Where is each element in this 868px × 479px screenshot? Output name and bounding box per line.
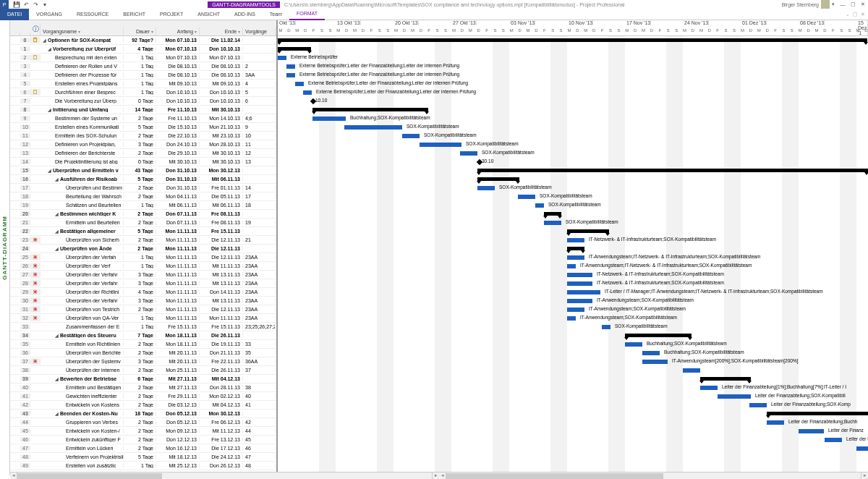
file-tab[interactable]: DATEI <box>0 9 29 20</box>
table-row[interactable]: 46Entwickeln zukünftiger F2 TageDon 12.1… <box>10 436 276 444</box>
summary-bar[interactable] <box>767 412 868 415</box>
task-bar[interactable] <box>602 325 610 329</box>
task-bar[interactable] <box>642 351 660 355</box>
gantt-row[interactable]: SOX-Kompatibilitätsteam <box>278 219 868 227</box>
gantt-row[interactable]: IT-Anwendungsteam;SOX-Kompatibilitätstea… <box>278 314 868 323</box>
collapse-icon[interactable]: ◢ <box>55 229 59 234</box>
gantt-row[interactable]: SOX-Kompatibilitätsteam <box>278 140 868 149</box>
gantt-row[interactable]: IT-Leiter / IT-Manager;IT-Anwendungsteam… <box>278 288 868 297</box>
task-bar[interactable] <box>312 116 346 121</box>
collapse-icon[interactable]: ◢ <box>55 377 59 381</box>
task-bar[interactable] <box>460 151 477 156</box>
task-bar[interactable] <box>567 316 576 321</box>
ribbon-close-icon[interactable]: ✕ <box>861 12 865 17</box>
gantt-scroll-thumb[interactable] <box>446 473 663 479</box>
table-row[interactable]: 4Definieren der Prozesse für1 TagDie 08.… <box>10 71 276 80</box>
table-row[interactable]: 29⛯Überprüfen der Richtlini4 TageMon 11.… <box>10 288 276 297</box>
gantt-row[interactable]: Externe Betriebsprüfer;Leiter der Finanz… <box>278 71 868 80</box>
gantt-row[interactable] <box>278 36 868 45</box>
table-row[interactable]: 6🗒Durchführen einer Besprec1 TagDon 10.1… <box>10 88 276 97</box>
gantt-row[interactable]: IT-Anwendungsteam;IT-Netzwerk- & IT-Infr… <box>278 262 868 271</box>
table-row[interactable]: 44Gruppieren von Verbes2 TageDon 05.12.1… <box>10 418 276 427</box>
gantt-row[interactable] <box>278 175 868 184</box>
gantt-row[interactable]: Leiter der Finan <box>278 436 868 444</box>
table-row[interactable]: 19Schätzen und Beurteilen1 TagMit 06.11.… <box>10 201 276 210</box>
gantt-row[interactable] <box>278 166 868 175</box>
table-row[interactable]: 3Definieren der Rollen und V1 TagDie 08.… <box>10 62 276 71</box>
task-bar[interactable] <box>477 186 495 190</box>
summary-bar[interactable] <box>477 177 519 181</box>
table-row[interactable]: 16◢Ausführen der Risikoab5 TageDon 31.10… <box>10 175 276 184</box>
gantt-row[interactable] <box>278 375 868 383</box>
user-area[interactable]: Birger Sternberg ▾ <box>782 0 838 9</box>
gantt-row[interactable] <box>278 45 868 54</box>
col-start[interactable]: Anfang ▾ <box>156 27 200 35</box>
collapse-icon[interactable]: ◢ <box>48 108 51 112</box>
table-row[interactable]: 38Überprüfen der internen2 TageMon 25.11… <box>10 366 276 375</box>
collapse-icon[interactable]: ◢ <box>48 47 51 51</box>
task-bar[interactable] <box>402 134 420 138</box>
tab-addins[interactable]: ADD-INS <box>227 9 263 20</box>
table-row[interactable]: 5Erstellen eines Projektplans1 TagMit 09… <box>10 80 276 88</box>
tab-team[interactable]: Team <box>263 9 289 20</box>
task-bar[interactable] <box>567 264 576 268</box>
task-bar[interactable] <box>567 255 584 260</box>
gantt-row[interactable]: 10.10 <box>278 97 868 106</box>
gantt-row[interactable]: Leiter der Finanz <box>278 427 868 436</box>
gantt-row[interactable]: IT-Anwendungsteam;SOX-Kompatibilitätstea… <box>278 305 868 314</box>
summary-bar[interactable] <box>278 47 311 51</box>
table-row[interactable]: 43◢Beenden der Kosten-Nu18 TageDon 05.12… <box>10 410 276 418</box>
collapse-icon[interactable]: ◢ <box>55 334 59 338</box>
task-bar[interactable] <box>544 221 561 225</box>
task-bar[interactable] <box>295 82 304 86</box>
gantt-row[interactable]: Leiter der Finanzabteilung[1%];Buchhaltu… <box>278 383 868 392</box>
task-bar[interactable] <box>700 386 718 390</box>
task-bar[interactable] <box>799 429 824 433</box>
summary-bar[interactable] <box>567 229 609 233</box>
tab-vorgang[interactable]: VORGANG <box>29 9 69 20</box>
table-row[interactable]: 24◢Überprüfen von Ände2 TageMon 11.11.13… <box>10 245 276 253</box>
task-bar[interactable] <box>567 238 584 242</box>
close-icon[interactable]: ✕ <box>858 0 868 9</box>
app-icon[interactable]: P <box>0 0 9 9</box>
table-row[interactable]: 13Definieren der Berichterste2 TageDie 2… <box>10 149 276 158</box>
table-row[interactable]: 48Verfeinern von Projektrisik5 TageMit 1… <box>10 453 276 462</box>
task-bar[interactable] <box>286 73 295 77</box>
table-row[interactable]: 47Ermitteln von Lücken2 TageMon 16.12.13… <box>10 444 276 453</box>
table-row[interactable]: 10Erstellen eines Kommunikati5 TageDie 1… <box>10 123 276 132</box>
task-bar[interactable] <box>303 90 312 95</box>
collapse-icon[interactable]: ◢ <box>55 177 59 182</box>
table-row[interactable]: 35Ermitteln von Richtlinien2 TageMon 18.… <box>10 340 276 349</box>
gantt-row[interactable]: Buchhaltung;SOX-Kompatibilitätsteam <box>278 340 868 349</box>
table-row[interactable]: 34◢Bestätigen des Steueru7 TageMon 18.11… <box>10 331 276 340</box>
gantt-row[interactable] <box>278 210 868 219</box>
task-bar[interactable] <box>767 420 784 425</box>
task-bar[interactable] <box>518 195 535 199</box>
save-icon[interactable]: 💾 <box>13 1 20 8</box>
table-row[interactable]: 2🗒Besprechung mit den exten1 TagMon 07.1… <box>10 54 276 62</box>
gantt-row[interactable]: IT-Netzwerk- & IT-Infrastrukturteam;SOX-… <box>278 271 868 279</box>
table-row[interactable]: 20◢Bestimmen wichtiger K2 TageDon 07.11.… <box>10 210 276 219</box>
tab-ressource[interactable]: RESSOURCE <box>69 9 116 20</box>
task-bar[interactable] <box>749 403 767 407</box>
gantt-row[interactable] <box>278 410 868 418</box>
table-row[interactable]: 9Bestimmen der Systeme un2 TageFre 11.10… <box>10 114 276 123</box>
gantt-row[interactable]: SOX-Kompatibilitätsteam <box>278 184 868 192</box>
qat-more-icon[interactable]: ▾ <box>41 1 48 8</box>
gantt-row[interactable]: IT-Anwendungsteam[200%];SOX-Kompatibilit… <box>278 357 868 366</box>
table-row[interactable]: 42Entwickeln von Kostens2 TageDie 03.12.… <box>10 401 276 410</box>
task-bar[interactable] <box>825 438 842 442</box>
table-row[interactable]: 12Definieren von Projektplan,3 TageDon 2… <box>10 140 276 149</box>
horizontal-scrollbar[interactable]: ◂ ▸ ◂ ▸ <box>10 472 868 479</box>
gantt-row[interactable]: IT-Netzwerk- & IT-Infrastrukturteam;SOX-… <box>278 279 868 288</box>
user-dropdown-icon[interactable]: ▾ <box>832 1 835 7</box>
gantt-row[interactable]: IT-Anwendungsteam;IT-Netzwerk- & IT-Infr… <box>278 253 868 262</box>
table-row[interactable]: 36Überprüfen von Berichte2 TageMit 20.11… <box>10 349 276 357</box>
col-duration[interactable]: Dauer ▾ <box>124 27 156 35</box>
table-row[interactable]: 7Die Vorbereitung zur Überp0 TageDon 10.… <box>10 97 276 106</box>
gantt-scroll-left-icon[interactable]: ◂ <box>439 472 446 479</box>
table-row[interactable]: 1◢Vorbereitung zur Überprüf4 TageMon 07.… <box>10 45 276 54</box>
gantt-row[interactable]: SOX-Kompatibilitätsteam <box>278 123 868 132</box>
tab-bericht[interactable]: BERICHT <box>116 9 153 20</box>
table-row[interactable]: 31⛯Überprüfen von Testrich2 TageMon 11.1… <box>10 305 276 314</box>
